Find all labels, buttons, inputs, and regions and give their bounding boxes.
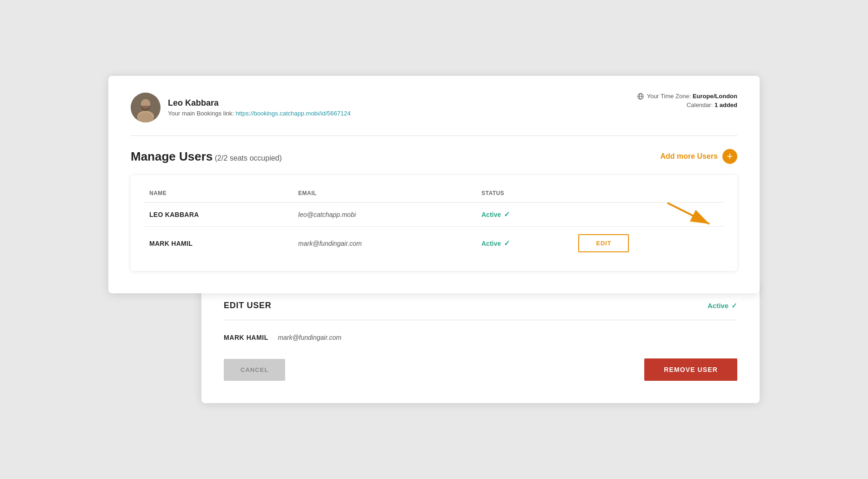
edit-status-label: Active <box>708 302 728 310</box>
calendar-value: 1 added <box>714 101 737 108</box>
edit-user-status: Active ✓ <box>708 302 737 310</box>
timezone-label: Your Time Zone: Europe/London <box>647 93 737 100</box>
col-status: STATUS <box>476 186 573 202</box>
user-email-mark: mark@fundingair.com <box>293 227 476 260</box>
user-name-mark: MARK HAMIL <box>144 227 293 260</box>
manage-users-title-group: Manage Users (2/2 seats occupied) <box>131 149 282 164</box>
header-section: Leo Kabbara Your main Bookings link: htt… <box>131 93 737 122</box>
user-name-leo: LEO KABBARA <box>144 202 293 227</box>
users-table: NAME EMAIL STATUS LEO KABBARA leo@catcha… <box>144 186 724 260</box>
status-check-leo: ✓ <box>504 210 510 219</box>
remove-user-button[interactable]: REMOVE USER <box>644 358 737 381</box>
status-active-mark: Active ✓ <box>481 239 568 248</box>
timezone-value: Europe/London <box>693 93 737 100</box>
timezone-info: Your Time Zone: Europe/London <box>637 93 737 100</box>
user-action-mark: EDIT <box>573 227 724 260</box>
status-label-leo: Active <box>481 211 501 218</box>
user-action-leo <box>573 202 724 227</box>
col-email: EMAIL <box>293 186 476 202</box>
table-row: LEO KABBARA leo@catchapp.mobi Active ✓ <box>144 202 724 227</box>
edit-user-card: EDIT USER Active ✓ MARK HAMIL mark@fundi… <box>201 284 760 403</box>
edit-user-title: EDIT USER <box>224 301 272 310</box>
user-profile: Leo Kabbara Your main Bookings link: htt… <box>131 93 351 122</box>
col-actions <box>573 186 724 202</box>
edit-user-name: MARK HAMIL <box>224 334 268 341</box>
globe-icon <box>637 93 644 100</box>
add-more-users-label: Add more Users <box>660 152 718 161</box>
user-info: Leo Kabbara Your main Bookings link: htt… <box>168 98 351 117</box>
user-email-leo: leo@catchapp.mobi <box>293 202 476 227</box>
header-right: Your Time Zone: Europe/London Calendar: … <box>637 93 737 108</box>
bookings-link-label: Your main Bookings link: https://booking… <box>168 110 351 117</box>
table-header-row: NAME EMAIL STATUS <box>144 186 724 202</box>
edit-user-email: mark@fundingair.com <box>278 334 341 341</box>
calendar-info: Calendar: 1 added <box>637 101 737 108</box>
edit-status-check: ✓ <box>731 302 737 310</box>
outer-wrapper: Leo Kabbara Your main Bookings link: htt… <box>108 76 760 403</box>
manage-users-subtitle: (2/2 seats occupied) <box>215 154 282 162</box>
user-status-leo: Active ✓ <box>476 202 573 227</box>
main-card: Leo Kabbara Your main Bookings link: htt… <box>108 76 760 293</box>
col-name: NAME <box>144 186 293 202</box>
avatar <box>131 93 160 122</box>
user-display-name: Leo Kabbara <box>168 98 351 108</box>
edit-mark-button[interactable]: EDIT <box>578 234 629 252</box>
user-status-mark: Active ✓ <box>476 227 573 260</box>
status-label-mark: Active <box>481 240 501 247</box>
users-table-card: NAME EMAIL STATUS LEO KABBARA leo@catcha… <box>131 175 737 271</box>
status-active-leo: Active ✓ <box>481 210 568 219</box>
edit-actions: CANCEL REMOVE USER <box>224 358 737 381</box>
header-divider <box>131 135 737 136</box>
status-check-mark: ✓ <box>504 239 510 248</box>
add-plus-icon[interactable]: + <box>722 149 737 164</box>
edit-user-header: EDIT USER Active ✓ <box>224 301 737 310</box>
table-row: MARK HAMIL mark@fundingair.com Active ✓ … <box>144 227 724 260</box>
manage-users-header: Manage Users (2/2 seats occupied) Add mo… <box>131 149 737 164</box>
edit-user-info: MARK HAMIL mark@fundingair.com <box>224 333 737 342</box>
edit-divider <box>224 320 737 320</box>
manage-users-title: Manage Users <box>131 149 213 163</box>
cancel-button[interactable]: CANCEL <box>224 359 285 381</box>
bookings-url[interactable]: https://bookings.catchapp.mobi/id/566712… <box>236 110 351 117</box>
add-more-users-button[interactable]: Add more Users + <box>660 149 737 164</box>
